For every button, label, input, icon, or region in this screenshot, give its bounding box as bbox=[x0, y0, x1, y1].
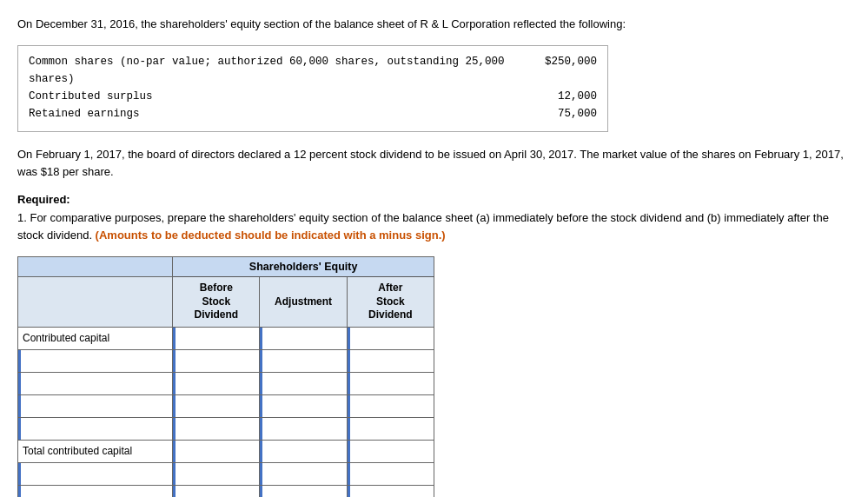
row5-after-cell[interactable] bbox=[347, 462, 434, 485]
bs-amount-1: $250,000 bbox=[545, 53, 597, 88]
table-col-before: BeforeStockDividend bbox=[173, 277, 260, 328]
row1-label-cell[interactable] bbox=[18, 349, 173, 372]
row6-before-cell[interactable] bbox=[173, 485, 260, 497]
row4-adj-cell[interactable] bbox=[260, 417, 347, 440]
bs-amount-2: 12,000 bbox=[558, 88, 597, 105]
total-contributed-after[interactable] bbox=[347, 440, 434, 462]
contributed-capital-after[interactable] bbox=[347, 327, 434, 349]
table-col-after: AfterStockDividend bbox=[347, 277, 434, 328]
table-row bbox=[18, 349, 434, 372]
contributed-capital-adj[interactable] bbox=[260, 327, 347, 349]
table-subheader-row: BeforeStockDividend Adjustment AfterStoc… bbox=[18, 277, 434, 328]
row1-adj-cell[interactable] bbox=[260, 349, 347, 372]
intro-paragraph: On December 31, 2016, the shareholders' … bbox=[17, 16, 851, 33]
contributed-capital-label: Contributed capital bbox=[18, 327, 173, 349]
bs-row-2: Contributed surplus 12,000 bbox=[29, 88, 597, 105]
table-row bbox=[18, 372, 434, 394]
total-contributed-label: Total contributed capital bbox=[18, 440, 173, 462]
middle-paragraph: On February 1, 2017, the board of direct… bbox=[17, 146, 851, 181]
table-row bbox=[18, 462, 434, 485]
row4-before-cell[interactable] bbox=[173, 417, 260, 440]
required-highlight: (Amounts to be deducted should be indica… bbox=[96, 229, 446, 242]
bs-label-2: Contributed surplus bbox=[29, 88, 558, 105]
row6-after-cell[interactable] bbox=[347, 485, 434, 497]
total-contributed-before[interactable] bbox=[173, 440, 260, 462]
table-header-main-row: Shareholders' Equity bbox=[18, 257, 434, 277]
required-section: Required: 1. For comparative purposes, p… bbox=[17, 193, 851, 244]
balance-sheet-box: Common shares (no-par value; authorized … bbox=[17, 45, 608, 132]
row3-after-cell[interactable] bbox=[347, 394, 434, 417]
table-row bbox=[18, 417, 434, 440]
row2-label-cell[interactable] bbox=[18, 372, 173, 394]
row4-label-cell[interactable] bbox=[18, 417, 173, 440]
required-body: 1. For comparative purposes, prepare the… bbox=[17, 209, 851, 244]
row1-before-cell[interactable] bbox=[173, 349, 260, 372]
table-row bbox=[18, 485, 434, 497]
equity-table-wrapper: Shareholders' Equity BeforeStockDividend… bbox=[17, 256, 434, 497]
row5-label-cell[interactable] bbox=[18, 462, 173, 485]
equity-table: Shareholders' Equity BeforeStockDividend… bbox=[17, 256, 434, 497]
row3-adj-cell[interactable] bbox=[260, 394, 347, 417]
row6-label-cell[interactable] bbox=[18, 485, 173, 497]
table-main-header: Shareholders' Equity bbox=[173, 257, 434, 277]
table-row bbox=[18, 394, 434, 417]
row5-adj-cell[interactable] bbox=[260, 462, 347, 485]
row3-label-cell[interactable] bbox=[18, 394, 173, 417]
table-col-adj: Adjustment bbox=[260, 277, 347, 328]
table-sub-corner bbox=[18, 277, 173, 328]
table-section-label-row: Contributed capital bbox=[18, 327, 434, 349]
bs-amount-3: 75,000 bbox=[558, 105, 597, 123]
row2-before-cell[interactable] bbox=[173, 372, 260, 394]
bs-row-3: Retained earnings 75,000 bbox=[29, 105, 597, 123]
row6-adj-cell[interactable] bbox=[260, 485, 347, 497]
bs-label-1: Common shares (no-par value; authorized … bbox=[29, 53, 545, 88]
row2-after-cell[interactable] bbox=[347, 372, 434, 394]
bs-row-1: Common shares (no-par value; authorized … bbox=[29, 53, 597, 88]
bs-label-3: Retained earnings bbox=[29, 105, 558, 123]
row1-after-cell[interactable] bbox=[347, 349, 434, 372]
contributed-capital-before[interactable] bbox=[173, 327, 260, 349]
row3-before-cell[interactable] bbox=[173, 394, 260, 417]
row4-after-cell[interactable] bbox=[347, 417, 434, 440]
total-contributed-row: Total contributed capital bbox=[18, 440, 434, 462]
total-contributed-adj[interactable] bbox=[260, 440, 347, 462]
required-label: Required: bbox=[17, 193, 851, 206]
row5-before-cell[interactable] bbox=[173, 462, 260, 485]
row2-adj-cell[interactable] bbox=[260, 372, 347, 394]
table-corner-header bbox=[18, 257, 173, 277]
